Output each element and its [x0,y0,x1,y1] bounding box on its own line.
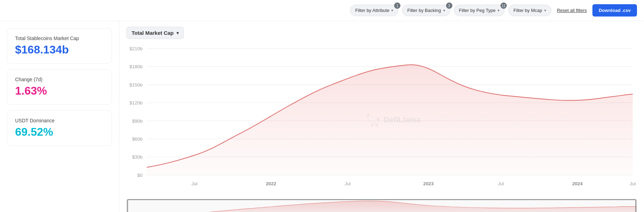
chevron-down-icon: ▾ [391,8,393,12]
usdt-dominance-value: 69.52% [15,126,104,139]
top-bar: Filter by Attribute▾1Filter by Backing▾3… [0,0,644,21]
svg-text:$0: $0 [137,173,142,178]
svg-text:$60b: $60b [132,136,142,142]
reset-filters-button[interactable]: Reset all filters [555,8,589,13]
svg-text:$210b: $210b [130,46,142,51]
main-chart: $210b $180b $150b $120b $90b $60b $30b $… [126,43,637,198]
svg-text:$30b: $30b [132,154,142,160]
svg-text:$90b: $90b [132,118,142,124]
total-market-cap-label: Total Stablecoins Market Cap [15,36,104,41]
filter-label: Filter by Attribute [355,8,390,13]
filter-peg-type-button[interactable]: Filter by Peg Type▾11 [454,5,505,16]
mini-chart-svg [127,199,637,212]
total-market-cap-value: $168.134b [15,43,104,56]
svg-text:2022: 2022 [266,181,276,186]
chart-area: $210b $180b $150b $120b $90b $60b $30b $… [126,43,637,212]
chevron-down-icon: ▾ [544,8,546,12]
mini-chart[interactable] [126,199,637,212]
change-7d-value: 1.63% [15,84,104,97]
main-content: Total Stablecoins Market Cap $168.134b C… [0,21,644,212]
svg-text:2024: 2024 [572,181,583,186]
right-panel: Total Market Cap ▾ $210b $180b $150b $12… [119,21,644,212]
chevron-down-icon: ▾ [177,31,179,36]
change-7d-card: Change (7d) 1.63% [7,69,112,105]
svg-text:Jul: Jul [630,181,636,186]
svg-text:Jul: Jul [345,181,351,186]
svg-text:$180b: $180b [130,64,142,69]
filter-attribute-button[interactable]: Filter by Attribute▾1 [350,5,399,16]
filter-backing-button[interactable]: Filter by Backing▾3 [402,5,450,16]
chevron-down-icon: ▾ [443,8,445,12]
filters-container: Filter by Attribute▾1Filter by Backing▾3… [350,5,551,16]
svg-text:Jul: Jul [498,181,504,186]
svg-text:$120b: $120b [130,100,142,105]
download-csv-button[interactable]: Download .csv [592,4,637,17]
change-7d-label: Change (7d) [15,77,104,82]
filter-badge: 1 [394,2,400,9]
filter-label: Filter by Peg Type [459,8,496,13]
chart-svg: $210b $180b $150b $120b $90b $60b $30b $… [126,43,637,198]
total-market-cap-card: Total Stablecoins Market Cap $168.134b [7,28,112,64]
chart-selector-label: Total Market Cap [132,30,174,36]
chart-header: Total Market Cap ▾ [126,27,637,39]
usdt-dominance-label: USDT Dominance [15,118,104,123]
filter-label: Filter by Backing [407,8,441,13]
chevron-down-icon: ▾ [498,8,499,12]
filter-badge: 3 [446,2,452,9]
svg-text:2023: 2023 [423,181,434,186]
usdt-dominance-card: USDT Dominance 69.52% [7,110,112,146]
chart-selector-button[interactable]: Total Market Cap ▾ [126,27,184,39]
svg-text:$150b: $150b [130,82,142,88]
svg-text:Jul: Jul [191,181,197,186]
left-panel: Total Stablecoins Market Cap $168.134b C… [0,21,119,212]
filter-label: Filter by Mcap [513,8,542,13]
filter-badge: 11 [500,2,507,9]
filter-mcap-button[interactable]: Filter by Mcap▾ [508,5,551,16]
